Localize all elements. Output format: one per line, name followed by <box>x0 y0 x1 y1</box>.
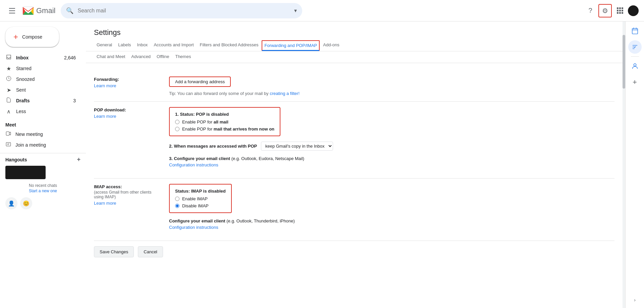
help-button[interactable]: ? <box>584 4 597 17</box>
tab-general[interactable]: General <box>94 40 115 51</box>
join-meeting-icon <box>5 142 11 148</box>
search-bar[interactable]: 🔍 ▾ <box>61 3 302 18</box>
hamburger-icon <box>9 8 15 13</box>
tab-forwarding[interactable]: Forwarding and POP/IMAP <box>262 40 320 51</box>
sent-icon: ➤ <box>5 87 12 93</box>
tab-addons[interactable]: Add-ons <box>320 40 342 51</box>
imap-learn-more[interactable]: Learn more <box>94 201 161 206</box>
imap-disable-label: Disable IMAP <box>182 203 209 208</box>
settings-button[interactable]: ⚙ <box>598 4 612 17</box>
sidebar-item-sent[interactable]: ➤ Sent <box>0 85 81 95</box>
right-sidebar-calendar[interactable] <box>628 24 642 38</box>
less-label: Less <box>16 109 76 114</box>
forwarding-learn-more[interactable]: Learn more <box>94 83 161 88</box>
settings-gear-icon: ⚙ <box>602 7 608 15</box>
apps-button[interactable] <box>613 4 627 17</box>
save-changes-button[interactable]: Save Changes <box>94 246 134 257</box>
less-icon: ∧ <box>5 108 12 115</box>
imap-disable-radio[interactable] <box>175 204 179 208</box>
settings-tabs-row1: General Labels Inbox Accounts and Import… <box>86 37 623 51</box>
tab-chat[interactable]: Chat and Meet <box>94 51 128 63</box>
imap-config-link[interactable]: Configuration instructions <box>169 225 614 230</box>
pop-configure-row: 3. Configure your email client (e.g. Out… <box>169 156 614 167</box>
imap-enable-radio[interactable] <box>175 197 179 201</box>
tab-labels[interactable]: Labels <box>115 40 133 51</box>
snoozed-icon <box>5 76 12 83</box>
bottom-buttons-row: Save Changes Cancel <box>94 241 614 257</box>
imap-configure-row: Configure your email client (e.g. Outloo… <box>169 218 614 230</box>
sidebar-item-inbox[interactable]: Inbox 2,646 <box>0 52 81 63</box>
forwarding-content: Add a forwarding address Tip: You can al… <box>169 76 614 96</box>
tab-filters[interactable]: Filters and Blocked Addresses <box>197 40 261 51</box>
imap-enable-row: Enable IMAP <box>175 196 226 201</box>
main-layout: + Compose Inbox 2,646 ★ Starred Snoozed … <box>0 21 644 308</box>
cancel-button[interactable]: Cancel <box>138 246 163 257</box>
start-new-chat-link[interactable]: Start a new one <box>5 189 80 193</box>
imap-configure-eg: (e.g. Outlook, Thunderbird, iPhone) <box>226 218 295 223</box>
compose-button[interactable]: + Compose <box>5 27 59 47</box>
starred-icon: ★ <box>5 65 12 72</box>
gmail-m-icon <box>21 4 35 17</box>
tab-themes[interactable]: Themes <box>172 51 194 63</box>
meet-section-label: Meet <box>0 117 86 129</box>
pop-configure-bold: 3. Configure your email client <box>169 156 230 161</box>
hangouts-user-avatar <box>5 166 46 179</box>
new-meeting-icon <box>5 131 11 138</box>
sidebar-item-join-meeting[interactable]: Join a meeting <box>0 140 81 150</box>
hamburger-menu[interactable] <box>5 4 19 17</box>
pop-learn-more[interactable]: Learn more <box>94 114 161 119</box>
join-meeting-label: Join a meeting <box>15 142 46 148</box>
pop-when-select[interactable]: keep Gmail's copy in the Inbox <box>261 142 333 151</box>
no-chats-text: No recent chats <box>5 183 80 188</box>
add-forwarding-address-button[interactable]: Add a forwarding address <box>169 76 231 87</box>
right-sidebar-add[interactable]: + <box>628 75 642 89</box>
hangouts-section: Hangouts + No recent chats Start a new o… <box>0 153 86 212</box>
right-sidebar-contacts[interactable] <box>628 59 642 73</box>
hangouts-person-icon[interactable]: 👤 <box>5 197 17 209</box>
hangouts-bottom-icons: 👤 😊 <box>5 197 80 209</box>
imap-label-col: IMAP access: (access Gmail from other cl… <box>94 184 161 235</box>
sidebar-item-snoozed[interactable]: Snoozed <box>0 74 81 85</box>
tab-advanced[interactable]: Advanced <box>128 51 153 63</box>
sent-label: Sent <box>16 87 76 93</box>
pop-option1-row: Enable POP for all mail <box>175 119 274 124</box>
pop-config-link[interactable]: Configuration instructions <box>169 162 614 167</box>
hangouts-add-icon[interactable]: + <box>77 156 80 163</box>
search-input[interactable] <box>77 8 290 14</box>
imap-content: Status: IMAP is disabled Enable IMAP Dis… <box>169 184 614 235</box>
settings-title: Settings <box>86 21 623 37</box>
settings-body: Forwarding: Learn more Add a forwarding … <box>86 63 623 265</box>
pop-when-bold: 2. When messages are accessed with POP <box>169 144 257 149</box>
sidebar-item-drafts[interactable]: Drafts 3 <box>0 95 81 106</box>
hangouts-emoji-icon[interactable]: 😊 <box>20 197 32 209</box>
imap-title: IMAP access: <box>94 184 122 189</box>
gmail-logo: Gmail <box>21 4 55 17</box>
pop-status-text: 1. Status: POP is disabled <box>175 112 274 117</box>
inbox-count: 2,646 <box>64 55 76 60</box>
drafts-count: 3 <box>73 98 76 103</box>
inbox-label: Inbox <box>16 55 60 60</box>
sidebar-item-starred[interactable]: ★ Starred <box>0 63 81 74</box>
pop-all-label: Enable POP for all mail <box>182 119 228 124</box>
sidebar-item-less[interactable]: ∧ Less <box>0 106 81 117</box>
search-dropdown-icon[interactable]: ▾ <box>294 7 297 14</box>
user-avatar[interactable] <box>628 5 639 16</box>
create-filter-link[interactable]: creating a filter! <box>270 91 300 96</box>
imap-status-text: Status: IMAP is disabled <box>175 189 226 194</box>
right-sidebar-expand[interactable]: › <box>634 297 636 303</box>
tab-inbox[interactable]: Inbox <box>135 40 151 51</box>
pop-configure-eg: (e.g. Outlook, Eudora, Netscape Mail) <box>231 156 305 161</box>
compose-plus-icon: + <box>13 32 18 42</box>
tab-accounts[interactable]: Accounts and Import <box>151 40 196 51</box>
topbar: Gmail 🔍 ▾ ? ⚙ <box>0 0 644 21</box>
pop-all-radio[interactable] <box>175 120 179 124</box>
forwarding-label-col: Forwarding: Learn more <box>94 76 161 96</box>
pop-status-box: 1. Status: POP is disabled Enable POP fo… <box>169 107 280 136</box>
right-sidebar-tasks[interactable] <box>628 40 642 54</box>
pop-now-radio[interactable] <box>175 127 179 131</box>
apps-grid-icon <box>617 7 623 14</box>
vertical-scrollbar[interactable] <box>623 21 625 308</box>
svg-point-6 <box>634 64 636 66</box>
sidebar-item-new-meeting[interactable]: New meeting <box>0 129 81 140</box>
tab-offline[interactable]: Offline <box>154 51 172 63</box>
